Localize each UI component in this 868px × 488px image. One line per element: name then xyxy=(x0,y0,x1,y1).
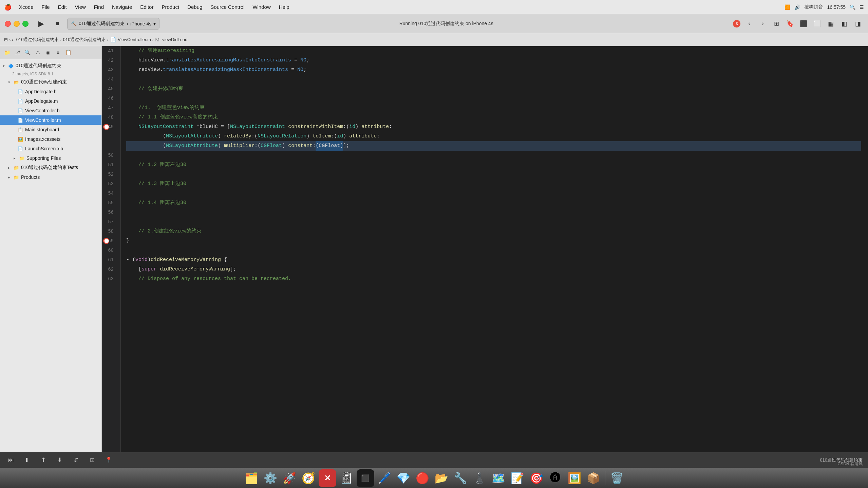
dock-chess[interactable]: ♟️ xyxy=(471,469,488,487)
debug-step-thread[interactable]: ⇵ xyxy=(71,455,81,466)
grid-view-button[interactable]: ⊞ xyxy=(771,18,782,29)
search-icon[interactable]: 🔍 xyxy=(850,4,855,10)
products-label: Products xyxy=(21,174,40,180)
menu-file[interactable]: File xyxy=(38,3,53,11)
test-btn[interactable]: ◉ xyxy=(43,48,52,57)
dock-maps[interactable]: 🗺️ xyxy=(490,469,507,487)
report-btn[interactable]: 📋 xyxy=(64,48,73,57)
menu-navigate[interactable]: Navigate xyxy=(109,3,135,11)
back-button[interactable]: ‹ xyxy=(744,18,755,29)
sidebar-item-launchscreen[interactable]: 📄 LaunchScreen.xib xyxy=(0,144,101,153)
menu-editor[interactable]: Editor xyxy=(137,3,157,11)
sidebar-item-main-folder[interactable]: ▾ 📂 010通过代码创建约束 xyxy=(0,77,101,87)
breadcrumb-forward[interactable]: › xyxy=(12,37,13,42)
maximize-button[interactable] xyxy=(22,21,29,27)
debug-step-out[interactable]: ⏸ xyxy=(22,455,33,466)
debug-step-into[interactable]: ⬇ xyxy=(54,455,65,466)
run-button[interactable]: ▶ xyxy=(35,17,48,30)
dock-onenote[interactable]: 📓 xyxy=(338,469,355,487)
menu-window[interactable]: Window xyxy=(249,3,274,11)
breadcrumb-method[interactable]: -viewDidLoad xyxy=(161,37,188,42)
close-button[interactable] xyxy=(5,21,11,27)
error-badge[interactable]: 3 xyxy=(733,20,740,27)
dock-launchpad[interactable]: 🚀 xyxy=(281,469,298,487)
dock-unknown1[interactable]: 🔴 xyxy=(414,469,431,487)
dock-sketch[interactable]: 💎 xyxy=(395,469,412,487)
dock-pen[interactable]: 🖊️ xyxy=(376,469,393,487)
sidebar-right-button[interactable]: ◨ xyxy=(852,18,863,29)
sidebar-item-project-root[interactable]: ▾ 🔷 010通过代码创建约束 xyxy=(0,61,101,71)
code-line-51: // 1.2 距离左边30 xyxy=(126,160,861,170)
menu-help[interactable]: Help xyxy=(276,3,293,11)
breadcrumb-back[interactable]: ‹ xyxy=(9,37,11,42)
menu-source-control[interactable]: Source Control xyxy=(207,3,248,11)
layout-2-button[interactable]: ⬜ xyxy=(812,18,823,29)
dock-unknown3[interactable]: 📦 xyxy=(585,469,602,487)
forward-button[interactable]: › xyxy=(757,18,768,29)
apple-menu[interactable]: 🍎 xyxy=(4,3,12,11)
warning-btn[interactable]: ⚠ xyxy=(33,48,42,57)
sidebar-item-supporting-files[interactable]: ▸ 📁 Supporting Files xyxy=(0,153,101,163)
dock-appstore[interactable]: 🅐 xyxy=(547,469,564,487)
layout-3-button[interactable]: ▦ xyxy=(825,18,836,29)
debug-step-over[interactable]: ⬆ xyxy=(38,455,49,466)
sidebar-item-main-storyboard[interactable]: 📋 Main.storyboard xyxy=(0,125,101,134)
dock-x-app[interactable]: ✕ xyxy=(319,469,336,487)
dock-preview[interactable]: 🖼️ xyxy=(566,469,583,487)
dock-instruments[interactable]: 🎯 xyxy=(528,469,545,487)
project-root-label: 010通过代码创建约束 xyxy=(16,63,61,69)
sidebar-item-appdelegate-h[interactable]: 📄 AppDelegate.h xyxy=(0,87,101,96)
debug-go-to-start[interactable]: ⏭ xyxy=(5,455,16,466)
appdelegate-m-label: AppDelegate.m xyxy=(25,98,58,104)
search-sidebar-btn[interactable]: 🔍 xyxy=(23,48,32,57)
debug-location[interactable]: 📍 xyxy=(103,455,114,466)
minimize-button[interactable] xyxy=(14,21,20,27)
dock-system-prefs[interactable]: ⚙️ xyxy=(262,469,279,487)
menu-debug[interactable]: Debug xyxy=(184,3,206,11)
scheme-selector[interactable]: 🔨 010通过代码创建约束 › iPhone 4s ▾ xyxy=(67,18,159,30)
line-num-42: 42 xyxy=(105,56,116,65)
code-content[interactable]: // 禁用autoresizing blueView.translatesAut… xyxy=(121,46,868,468)
menu-view[interactable]: View xyxy=(72,3,89,11)
code-editor[interactable]: 41 42 43 44 45 46 47 48 ⬤ 49 50 51 52 53… xyxy=(102,46,868,468)
launchscreen-label: LaunchScreen.xib xyxy=(25,146,63,151)
dock-filezilla[interactable]: 📂 xyxy=(433,469,450,487)
menu-find[interactable]: Find xyxy=(91,3,107,11)
dock-trash[interactable]: 🗑️ xyxy=(608,469,626,487)
folder-icon-btn[interactable]: 📁 xyxy=(3,48,12,57)
breadcrumb-folder[interactable]: 010通过代码创建约束 xyxy=(63,37,106,43)
dock-finder[interactable]: 🗂️ xyxy=(243,469,260,487)
sidebar-item-appdelegate-m[interactable]: 📄 AppDelegate.m xyxy=(0,96,101,106)
dock-unknown2[interactable]: 🔧 xyxy=(452,469,469,487)
stop-button[interactable]: ■ xyxy=(51,17,64,30)
sidebar-item-images[interactable]: 🖼️ Images.xcassets xyxy=(0,134,101,144)
dock-safari[interactable]: 🧭 xyxy=(300,469,317,487)
code-line-45: // 创建并添加约束 xyxy=(126,84,861,94)
line-num-62: 62 xyxy=(105,265,116,274)
sidebar-item-viewcontroller-m[interactable]: 📄 ViewController.m xyxy=(0,115,101,125)
git-icon-btn[interactable]: ⎇ xyxy=(13,48,22,57)
breadcrumb-grid-icon[interactable]: ⊞ xyxy=(4,37,8,42)
sidebar-item-products[interactable]: ▸ 📁 Products xyxy=(0,172,101,182)
breadcrumb-file[interactable]: ViewController.m xyxy=(118,37,151,42)
main-folder-label: 010通过代码创建约束 xyxy=(21,79,67,85)
breadcrumb-project[interactable]: 010通过代码创建约束 xyxy=(16,37,59,43)
bookmark-button[interactable]: 🔖 xyxy=(785,18,795,29)
input-method[interactable]: 搜狗拼音 xyxy=(804,4,823,10)
sidebar-item-viewcontroller-h[interactable]: 📄 ViewController.h xyxy=(0,106,101,115)
sidebar-left-button[interactable]: ◧ xyxy=(839,18,850,29)
build-status: Running 010通过代码创建约束 on iPhone 4s xyxy=(163,21,730,27)
menu-product[interactable]: Product xyxy=(158,3,183,11)
line-num-48: 48 xyxy=(105,113,116,122)
debug-sidebar-btn[interactable]: ≡ xyxy=(54,48,62,57)
dock-word[interactable]: 📝 xyxy=(509,469,526,487)
sidebar-item-tests[interactable]: ▸ 📁 010通过代码创建约束Tests xyxy=(0,163,101,172)
debug-view-hierarchy[interactable]: ⊡ xyxy=(87,455,98,466)
menu-edit[interactable]: Edit xyxy=(55,3,70,11)
menu-xcode[interactable]: Xcode xyxy=(16,3,37,11)
dock-separator xyxy=(605,471,605,485)
code-line-44 xyxy=(126,75,861,84)
layout-1-button[interactable]: ⬛ xyxy=(798,18,809,29)
list-icon[interactable]: ☰ xyxy=(860,4,864,10)
dock-terminal[interactable]: ⬛ xyxy=(357,469,374,487)
